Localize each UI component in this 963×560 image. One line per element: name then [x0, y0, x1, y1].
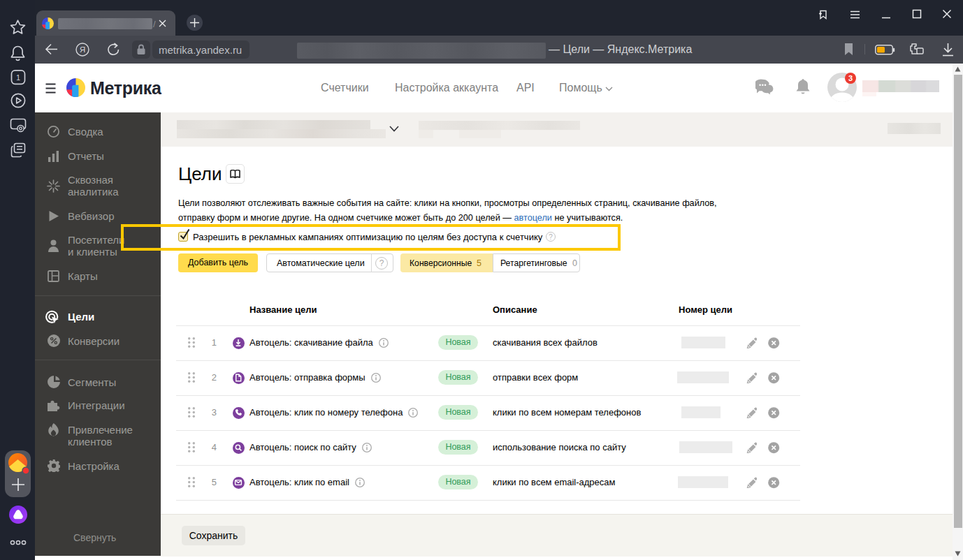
svg-text:1: 1 — [16, 73, 20, 82]
svg-text:R: R — [80, 45, 85, 54]
